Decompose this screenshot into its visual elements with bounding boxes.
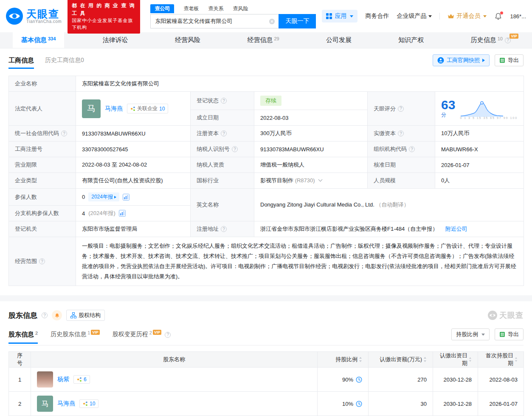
notification-bell-icon[interactable] [494, 12, 502, 20]
subscribe-bell-icon[interactable] [52, 310, 62, 320]
chevron-down-icon[interactable] [318, 178, 323, 182]
tianyancha-logo-icon [488, 311, 497, 320]
business-cooperation-link[interactable]: 商务合作 [365, 12, 389, 20]
play-icon [482, 59, 485, 62]
branch-insured-label: 分支机构参保人数 [9, 206, 76, 221]
sort-icon [423, 357, 427, 362]
trend-chart-icon[interactable] [119, 210, 126, 217]
help-icon[interactable] [232, 146, 238, 152]
help-icon[interactable] [42, 312, 48, 318]
subtab-business-info[interactable]: 工商信息 [8, 57, 34, 65]
trend-chart-icon[interactable] [123, 194, 129, 201]
table-row: 参保人数 0 2024年报 英文名称 Dongyang Zitong Jiayi… [9, 189, 524, 206]
export-excel-icon [499, 331, 505, 337]
business-term-label: 营业期限 [9, 157, 76, 173]
col-first-hold-date[interactable]: 首次持股日期 [478, 352, 524, 368]
score-unit: 分 [441, 112, 446, 118]
shareholders-table: 序号 股东名称 持股比例 认缴出资额(万元) 认缴出资日期 首次持股日期 1 杨… [8, 351, 524, 416]
play-icon [114, 196, 116, 198]
help-icon[interactable] [221, 98, 227, 104]
company-name-value: 东阳紫橦嘉艺文化传媒有限公司 [76, 76, 524, 92]
tab-operation-risk[interactable]: 经营风险 [166, 32, 209, 48]
search-tab-relation[interactable]: 查关系 [208, 4, 223, 13]
table-row: 企业类型 有限责任公司(自然人投资或控股) 国标行业 影视节目制作 (R8730… [9, 173, 524, 189]
legal-rep-label: 法定代表人 [9, 92, 76, 126]
snapshot-icon [437, 57, 444, 64]
col-ratio[interactable]: 持股比例 [318, 352, 369, 368]
search-tab-company[interactable]: 查公司 [150, 4, 174, 13]
reg-status-label: 登记状态 [191, 92, 254, 110]
help-icon[interactable] [398, 130, 404, 136]
status-badge: 存续 [260, 96, 281, 106]
search-input[interactable] [151, 14, 279, 28]
shareholders-section: 股东信息 股权结构 天眼查 股东信息2 历史股东信息1VIP 股权变更历程2 [0, 310, 532, 416]
shareholder-photo[interactable] [37, 371, 53, 388]
account-phone[interactable]: 186*... [510, 13, 526, 20]
help-icon[interactable] [221, 226, 227, 232]
related-companies-pill[interactable]: 6 [73, 375, 90, 384]
reg-address-label: 注册地址 [191, 221, 254, 237]
search-tab-boss[interactable]: 查老板 [183, 4, 199, 13]
subtab-history-business-info[interactable]: 历史工商信息0 [45, 57, 84, 64]
tianyancha-watermark: 天眼查 [488, 310, 524, 320]
score-value: 63 [441, 98, 455, 112]
help-icon[interactable] [398, 106, 404, 112]
tab-company-development[interactable]: 公司发展 [318, 32, 360, 48]
export-button[interactable]: 导出 [495, 328, 524, 340]
help-icon[interactable] [61, 130, 67, 136]
search-tabs: 查公司 查老板 查关系 查风险 [150, 4, 316, 13]
equity-structure-link[interactable]: 股权结构 [66, 310, 105, 321]
approval-date-label: 核准日期 [368, 157, 435, 173]
sort-icon [469, 357, 472, 362]
tab-shareholders[interactable]: 股东信息2 [8, 331, 38, 339]
tab-legal-proceedings[interactable]: 法律诉讼 [94, 32, 137, 48]
search-tab-risk[interactable]: 查风险 [233, 4, 248, 13]
promo-banner: 都 在 用 的 商 业 查 询 工 具 国家中小企业发展子基金旗下机构 [68, 0, 140, 34]
legal-rep-avatar[interactable]: 马 [82, 99, 101, 118]
legal-rep-name-link[interactable]: 马海燕 [105, 105, 123, 113]
tab-history-info[interactable]: 历史信息10 VIP [462, 32, 519, 48]
help-icon[interactable] [409, 146, 415, 152]
tab-operation-info[interactable]: 经营信息29 [239, 32, 287, 48]
english-name-value: Dongyang Zitong Jiayi Cultural Media Co.… [260, 201, 374, 208]
reg-number-value: 330783000527645 [76, 141, 191, 157]
tianyancha-logo[interactable]: 天眼查 TianYanCha.com [6, 8, 62, 25]
col-subscribed-amount[interactable]: 认缴出资额(万元) [369, 352, 433, 368]
help-icon[interactable] [165, 332, 171, 338]
shareholder-name-link[interactable]: 马海燕 [57, 400, 75, 408]
col-subscribe-date[interactable]: 认缴出资日期 [433, 352, 478, 368]
relation-icon [77, 377, 82, 382]
tab-equity-change-history[interactable]: 股权变更历程2VIP [113, 331, 171, 338]
enterprise-products-link[interactable]: 企业级产品 [397, 12, 432, 20]
tab-basic-info[interactable]: 基本信息334 [13, 32, 64, 48]
help-icon[interactable] [221, 130, 227, 136]
export-button[interactable]: 导出 [495, 54, 524, 66]
shareholder-avatar[interactable]: 马 [37, 396, 53, 412]
apps-menu[interactable]: 应用 [322, 10, 357, 23]
reg-number-label: 工商注册号 [9, 141, 76, 157]
official-snapshot-button[interactable]: 工商官网快照 [433, 54, 490, 66]
nearby-companies-link[interactable]: 附近公司 [445, 226, 467, 232]
english-name-label: 英文名称 [191, 189, 254, 221]
help-icon[interactable] [39, 258, 45, 264]
related-companies-pill[interactable]: 关联企业 10 [127, 104, 168, 113]
taxpayer-quality-value: 增值税一般纳税人 [254, 157, 368, 173]
open-vip-link[interactable]: 开通会员 [448, 12, 487, 20]
clear-icon[interactable] [269, 18, 275, 25]
history-clock-icon[interactable] [356, 401, 362, 407]
industry-value: 影视节目制作 (R8730) [254, 173, 368, 189]
tab-intellectual-property[interactable]: 知识产权 [390, 32, 432, 48]
related-companies-pill[interactable]: 10 [79, 399, 99, 408]
section-divider [0, 295, 532, 301]
topbar: 天眼查 TianYanCha.com 都 在 用 的 商 业 查 询 工 具 国… [0, 0, 532, 32]
tab-history-shareholders[interactable]: 历史股东信息1VIP [51, 331, 100, 338]
table-row: 统一社会信用代码 91330783MABUWR66XU 注册资本 300万人民币… [9, 126, 524, 141]
search-button[interactable]: 天眼一下 [279, 14, 316, 28]
annual-report-tag[interactable]: 2024年报 [88, 192, 119, 201]
taxpayer-quality-label: 纳税人资质 [191, 157, 254, 173]
history-clock-icon[interactable] [356, 376, 362, 383]
ratio-sort-dropdown[interactable]: 持股比例 [451, 328, 490, 340]
shareholders-title: 股东信息 [8, 311, 37, 320]
shareholder-name-link[interactable]: 杨紫 [57, 376, 69, 383]
export-excel-icon [499, 57, 505, 63]
